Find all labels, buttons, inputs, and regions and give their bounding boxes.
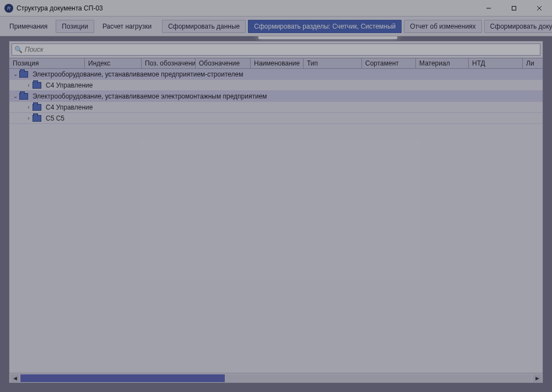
row-label: C4 Управление [45,104,93,111]
form-data-button[interactable]: Сформировать данные [162,20,246,33]
col-name[interactable]: Наименование [251,58,304,68]
form-document-button[interactable]: Сформировать документ [484,20,552,33]
tree-row-child[interactable]: › C4 Управление [9,80,543,91]
change-report-button[interactable]: Отчет об изменениях [404,20,481,33]
scroll-thumb[interactable] [20,374,225,382]
folder-icon [19,71,28,78]
horizontal-scrollbar[interactable]: ◀ ▶ [9,373,543,383]
col-material[interactable]: Материал [416,58,469,68]
maximize-button[interactable] [501,0,527,17]
minimize-button[interactable] [476,0,501,17]
expand-caret-icon[interactable]: ⌄ [12,71,19,77]
expand-caret-icon[interactable]: › [25,104,33,110]
folder-icon [33,82,41,89]
col-assortment[interactable]: Сортамент [362,58,416,68]
col-index[interactable]: Индекс [85,58,142,68]
expand-caret-icon[interactable]: › [25,82,33,88]
window-controls [476,0,552,17]
folder-icon [33,115,41,122]
tab-notes[interactable]: Примечания [3,20,53,33]
app-icon: R [4,4,13,13]
col-li[interactable]: Ли [523,58,543,68]
tab-positions[interactable]: Позиции [56,20,94,33]
row-label: C5 C5 [45,115,64,122]
search-icon: 🔍 [14,46,23,53]
expand-caret-icon[interactable]: ⌄ [12,93,19,99]
scroll-track[interactable] [20,374,532,382]
form-sections-button[interactable]: Сформировать разделы: Счетчик, Системный [248,20,402,33]
search-input[interactable] [25,46,538,53]
scroll-right-icon[interactable]: ▶ [533,374,542,382]
col-type[interactable]: Тип [304,58,362,68]
col-position[interactable]: Позиция [9,58,85,68]
tree-row-child[interactable]: › C4 Управление [9,102,543,113]
folder-icon [19,93,28,100]
toolbar: Примечания Позиции Расчет нагрузки Сформ… [0,17,552,36]
scroll-left-icon[interactable]: ◀ [10,374,19,382]
col-pos-designation[interactable]: Поз. обозначени [142,58,196,68]
window-title: Структура документа СП-03 [17,4,103,12]
row-label: Электрооборудование, устанавливаемое эле… [31,92,267,100]
row-label: Электрооборудование, устанавливаемое пре… [31,70,243,78]
tree-row-group[interactable]: ⌄ Электрооборудование, устанавливаемое э… [9,91,543,102]
close-button[interactable] [527,0,552,17]
col-designation[interactable]: Обозначение [196,58,251,68]
row-label: C4 Управление [45,81,93,89]
tree-row-child[interactable]: › C5 C5 [9,113,543,124]
table-header: Позиция Индекс Поз. обозначени Обозначен… [9,58,543,69]
titlebar: R Структура документа СП-03 [0,0,552,17]
tab-load-calc[interactable]: Расчет нагрузки [96,20,158,33]
col-ntd[interactable]: НТД [469,58,523,68]
search-bar[interactable]: 🔍 [12,43,540,56]
content-panel: 🔍 Позиция Индекс Поз. обозначени Обознач… [9,41,543,383]
folder-icon [33,104,41,111]
svg-rect-1 [512,6,516,10]
tree-body: ⌄ Электрооборудование, устанавливаемое п… [9,69,543,373]
expand-caret-icon[interactable]: › [25,115,33,121]
tree-row-group[interactable]: ⌄ Электрооборудование, устанавливаемое п… [9,69,543,80]
